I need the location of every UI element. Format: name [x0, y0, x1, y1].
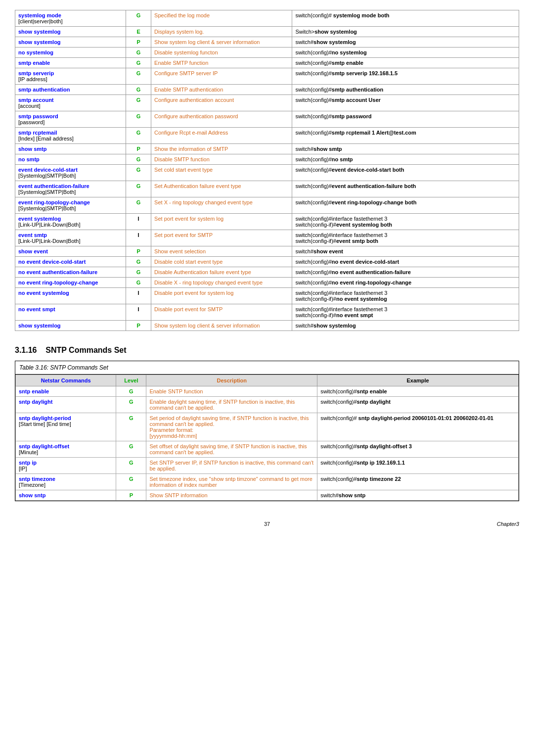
table-row: show eventPShow event selectionswitch#sh… [15, 246, 519, 257]
cmd-cell: smtp rcptemail[Index] [Email address] [15, 128, 126, 144]
desc-cell: Disable port event for SMTP [151, 304, 292, 321]
level-cell: P [126, 246, 151, 257]
desc-cell: Enable SMTP function [151, 58, 292, 68]
desc-cell: Specified the log mode [151, 10, 292, 27]
cmd-cell: sntp daylight [16, 397, 116, 413]
example-cell: switch#show event [292, 246, 519, 257]
level-cell: G [126, 95, 151, 111]
example-cell: switch#show systemlog [292, 37, 519, 47]
desc-cell: Show system log client & server informat… [151, 321, 292, 331]
desc-cell: Disable SMTP function [151, 154, 292, 165]
level-cell: P [126, 37, 151, 47]
desc-cell: Show event selection [151, 246, 292, 257]
desc-cell: Disable cold start event type [151, 257, 292, 267]
cmd-cell: no event authentication-failure [15, 267, 126, 278]
example-cell: switch(config)#sntp timezone 22 [317, 474, 519, 490]
desc-cell: Set cold start event type [151, 165, 292, 181]
sntp-table-title: Table 3.16: SNTP Commands Set [15, 361, 519, 375]
example-cell: switch(config)#no event ring-topology-ch… [292, 278, 519, 288]
example-cell: switch(config)#interface fastethernet 3s… [292, 230, 519, 246]
cmd-cell: show smtp [15, 144, 126, 154]
desc-cell: Set period of daylight saving time, if S… [146, 413, 317, 441]
level-cell: I [126, 304, 151, 321]
table-row: event device-cold-start[Systemlog|SMTP|B… [15, 165, 519, 181]
table-row: sntp enableGEnable SNTP functionswitch(c… [16, 386, 519, 397]
level-cell: G [126, 165, 151, 181]
cmd-cell: smtp authentication [15, 85, 126, 95]
cmd-cell: show systemlog [15, 321, 126, 331]
col-header-level: Level [116, 375, 146, 386]
example-cell: switch#show systemlog [292, 321, 519, 331]
level-cell: G [126, 267, 151, 278]
level-cell: G [116, 397, 146, 413]
section-heading: 3.1.16 SNTP Commands Set [15, 346, 519, 355]
example-cell: switch(config)#smtp serverip 192.168.1.5 [292, 68, 519, 85]
level-cell: G [126, 111, 151, 128]
table-row: systemlog mode[client|server|both]GSpeci… [15, 10, 519, 27]
level-cell: E [126, 27, 151, 37]
example-cell: switch(config)#interface fastethernet 3s… [292, 214, 519, 230]
table-row: sntp daylight-offset[Minute]GSet offset … [16, 441, 519, 458]
desc-cell: Enable SNTP function [146, 386, 317, 397]
desc-cell: Set Authentication failure event type [151, 181, 292, 197]
desc-cell: Configure authentication account [151, 95, 292, 111]
level-cell: G [126, 47, 151, 58]
col-header-cmd: Netstar Commands [16, 375, 116, 386]
cmd-cell: show event [15, 246, 126, 257]
cmd-cell: sntp ip[IP] [16, 458, 116, 474]
example-cell: switch(config)# systemlog mode both [292, 10, 519, 27]
cmd-cell: no systemlog [15, 47, 126, 58]
table-row: sntp daylightGEnable daylight saving tim… [16, 397, 519, 413]
table-row: event smtp[Link-UP|Link-Down|Both]ISet p… [15, 230, 519, 246]
cmd-cell: sntp enable [16, 386, 116, 397]
example-cell: switch(config)#smtp password [292, 111, 519, 128]
desc-cell: Enable daylight saving time, if SNTP fun… [146, 397, 317, 413]
cmd-cell: show systemlog [15, 37, 126, 47]
page-container: systemlog mode[client|server|both]GSpeci… [15, 10, 519, 527]
table-row: no event systemlogIDisable port event fo… [15, 288, 519, 304]
cmd-cell: no event smpt [15, 304, 126, 321]
cmd-cell: no smtp [15, 154, 126, 165]
page-footer: 37 Chapter3 [15, 521, 519, 527]
example-cell: switch(config)#sntp ip 192.169.1.1 [317, 458, 519, 474]
example-cell: switch(config)#interface fastethernet 3s… [292, 288, 519, 304]
desc-cell: Configure SMTP server IP [151, 68, 292, 85]
desc-cell: Set timezone index, use "show sntp timzo… [146, 474, 317, 490]
example-cell: switch(config)#sntp enable [317, 386, 519, 397]
desc-cell: Set offset of daylight saving time, if S… [146, 441, 317, 458]
desc-cell: Show SNTP information [146, 490, 317, 501]
level-cell: P [116, 490, 146, 501]
table-row: show smtpPShow the information of SMTPsw… [15, 144, 519, 154]
level-cell: G [126, 278, 151, 288]
example-cell: switch(config)#no smtp [292, 154, 519, 165]
table-row: no event smptIDisable port event for SMT… [15, 304, 519, 321]
section-title: SNTP Commands Set [45, 346, 126, 354]
level-cell: G [126, 128, 151, 144]
example-cell: switch(config)#event device-cold-start b… [292, 165, 519, 181]
col-header-desc: Description [146, 375, 317, 386]
desc-cell: Enable SMTP authentication [151, 85, 292, 95]
cmd-cell: no event device-cold-start [15, 257, 126, 267]
level-cell: I [126, 230, 151, 246]
table-row: no event device-cold-startGDisable cold … [15, 257, 519, 267]
section-number: 3.1.16 [15, 346, 37, 354]
level-cell: G [116, 458, 146, 474]
table-row: smtp enableGEnable SMTP functionswitch(c… [15, 58, 519, 68]
example-cell: switch#show smtp [292, 144, 519, 154]
level-cell: P [126, 144, 151, 154]
example-cell: switch(config)#no systemlog [292, 47, 519, 58]
table-row: smtp password[password]GConfigure authen… [15, 111, 519, 128]
cmd-cell: no event ring-topology-change [15, 278, 126, 288]
cmd-cell: show systemlog [15, 27, 126, 37]
col-header-example: Example [317, 375, 519, 386]
page-number: 37 [183, 521, 351, 527]
level-cell: G [126, 10, 151, 27]
table-row: smtp account[account]GConfigure authenti… [15, 95, 519, 111]
desc-cell: Show the information of SMTP [151, 144, 292, 154]
cmd-cell: sntp timezone[Timezone] [16, 474, 116, 490]
example-cell: switch(config)#smtp authentication [292, 85, 519, 95]
table-row: no systemlogGDisable systemlog functonsw… [15, 47, 519, 58]
level-cell: G [116, 474, 146, 490]
table-row: event ring-topology-change[Systemlog|SMT… [15, 197, 519, 214]
level-cell: P [126, 321, 151, 331]
